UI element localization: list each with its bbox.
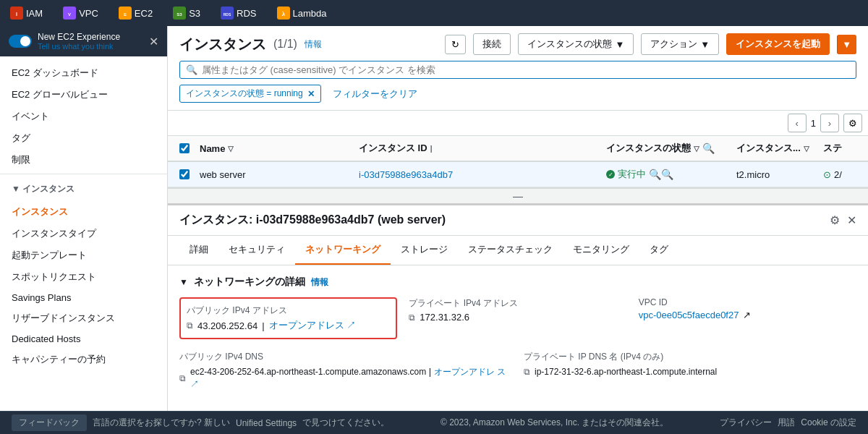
instance-state-button[interactable]: インスタンスの状態 ▼ [518,33,634,55]
nav-ec2[interactable]: E EC2 [114,4,157,22]
public-ipv4-copy-icon[interactable]: ⧉ [187,320,193,331]
tab-monitoring[interactable]: モニタリング [563,236,639,265]
sidebar-item-reserved-instances[interactable]: リザーブドインスタンス [0,307,167,329]
table-header-checkbox[interactable] [174,136,195,161]
unified-settings-link[interactable]: Unified Settings [236,418,297,428]
vpc-id-value: vpc-0ee05c5faecde0f27 ↗ [639,310,856,320]
sidebar-item-dashboard[interactable]: EC2 ダッシュボード [0,62,167,84]
state-zoom-icon[interactable]: 🔍 [702,142,715,154]
public-dns-address: ec2-43-206-252-64.ap-northeast-1.compute… [190,367,426,377]
sidebar-item-instances[interactable]: インスタンス [0,201,167,223]
sidebar-item-events[interactable]: イベント [0,106,167,127]
filter-tag-remove-icon[interactable]: ✕ [307,89,315,99]
field-vpc-id: VPC ID vpc-0ee05c5faecde0f27 ↗ [639,297,856,339]
col-header-id: インスタンス ID | [354,136,602,161]
instance-id-link[interactable]: i-03d75988e963a4db7 [359,169,453,180]
sidebar-item-limits[interactable]: 制限 [0,149,167,171]
table-row: web server i-03d75988e963a4db7 実行中 🔍🔍 t2… [168,162,868,187]
sidebar-item-capacity-reservations[interactable]: キャパシティーの予約 [0,349,167,370]
nav-lambda-label: Lambda [293,8,327,19]
tab-tags[interactable]: タグ [639,236,678,265]
next-page-button[interactable]: › [820,114,839,132]
filter-tag-text: インスタンスの状態 = running [186,88,303,100]
detail-close-button[interactable]: ✕ [847,213,856,227]
instances-info-link[interactable]: 情報 [305,38,322,51]
vpc-icon: V [63,7,76,20]
tab-details[interactable]: 詳細 [179,236,218,265]
row-checkbox[interactable] [179,169,190,179]
private-dns-copy-icon[interactable]: ⧉ [524,367,530,377]
state-sort-icon[interactable]: ▽ [694,145,699,153]
instances-header: インスタンス (1/1) 情報 ↻ 接続 インスタンスの状態 ▼ アクション ▼… [168,26,868,111]
name-sort-icon[interactable]: ▽ [228,145,234,153]
sidebar-item-instance-types[interactable]: インスタンスタイプ [0,223,167,244]
sidebar-item-tags[interactable]: タグ [0,127,167,149]
networking-section-title: ▼ ネットワーキングの詳細 情報 [179,276,856,289]
sidebar: New EC2 Experience Tell us what you thin… [0,26,168,434]
sidebar-item-launch-templates[interactable]: 起動テンプレート [0,244,167,266]
ec2-icon: E [119,7,132,20]
row-status: 2/ [834,169,842,180]
sidebar-subtitle[interactable]: Tell us what you think [38,42,120,51]
privacy-link[interactable]: プライバシー [720,417,772,429]
sidebar-section-instances: ▼ インスタンス [0,177,167,201]
tab-networking[interactable]: ネットワーキング [295,236,391,265]
tab-status-checks[interactable]: ステータスチェック [458,236,563,265]
actions-button[interactable]: アクション ▼ [641,33,719,55]
networking-info-link[interactable]: 情報 [311,276,328,289]
detail-settings-button[interactable]: ⚙ [830,213,840,227]
table-settings-button[interactable]: ⚙ [843,114,862,132]
sidebar-header: New EC2 Experience Tell us what you thin… [0,26,167,56]
row-checkbox-cell[interactable] [174,162,195,187]
table-header-row: Name ▽ インスタンス ID | インスタンスの状態 ▽ 🔍 インスタンス.… [168,136,868,162]
nav-iam[interactable]: I IAM [6,4,47,22]
select-all-checkbox[interactable] [179,143,190,153]
search-input[interactable] [202,64,850,75]
sidebar-item-savings-plans[interactable]: Savings Plans [0,288,167,307]
row-status-cell: ⊙ 2/ [819,162,862,187]
terms-link[interactable]: 用語 [778,417,795,429]
field-private-dns: プライベート IP DNS 名 (IPv4 のみ) ⧉ ip-172-31-32… [524,351,856,391]
nav-s3[interactable]: S3 S3 [169,4,205,22]
public-dns-label: パブリック IPv4 DNS [179,351,512,363]
clear-filter-button[interactable]: フィルターをクリア [327,85,423,103]
nav-lambda[interactable]: λ Lambda [273,4,331,22]
sidebar-toggle-area: New EC2 Experience Tell us what you thin… [9,32,120,51]
feedback-button[interactable]: フィードバック [12,414,87,431]
sidebar-item-dedicated-hosts[interactable]: Dedicated Hosts [0,329,167,349]
prev-page-button[interactable]: ‹ [788,114,807,132]
status-running-icon [606,170,615,179]
cookie-link[interactable]: Cookie の設定 [801,417,856,429]
open-address-link[interactable]: オープンアドレス ↗ [269,319,357,332]
sidebar-close-icon[interactable]: ✕ [149,35,158,48]
private-ipv4-copy-icon[interactable]: ⧉ [409,312,415,323]
public-dns-copy-icon[interactable]: ⧉ [179,373,186,383]
tab-storage[interactable]: ストレージ [391,236,458,265]
type-sort-icon[interactable]: ▽ [804,145,809,153]
vpc-id-link[interactable]: vpc-0ee05c5faecde0f27 [639,310,739,320]
col-header-state: インスタンスの状態 ▽ 🔍 [602,136,732,161]
field-public-ipv4: パブリック IPv4 アドレス ⧉ 43.206.252.64 | オープンアド… [179,297,397,339]
sidebar-item-spot-requests[interactable]: スポットリクエスト [0,266,167,288]
detail-tabs: 詳細 セキュリティ ネットワーキング ストレージ ステータスチェック モニタリン… [168,236,868,265]
panel-drag-handle[interactable]: — [168,188,868,203]
launch-button[interactable]: インスタンスを起動 [726,33,830,55]
connect-button[interactable]: 接続 [473,33,511,55]
nav-rds[interactable]: RDS RDS [216,4,260,22]
nav-vpc[interactable]: V VPC [59,4,103,22]
experience-toggle[interactable] [9,35,32,48]
svg-text:I: I [16,12,17,17]
launch-dropdown-button[interactable]: ▼ [837,35,856,54]
state-row-zoom-icon[interactable]: 🔍🔍 [649,169,673,180]
section-toggle-icon[interactable]: ▼ [179,277,188,287]
nav-vpc-label: VPC [79,8,98,19]
external-link-icon: ↗ [346,320,356,331]
instances-count: (1/1) [273,38,297,51]
svg-text:RDS: RDS [224,12,231,17]
detail-content: ▼ ネットワーキングの詳細 情報 パブリック IPv4 アドレス ⧉ 43.20… [168,265,868,401]
tab-security[interactable]: セキュリティ [218,236,295,265]
sidebar-item-global[interactable]: EC2 グローバルビュー [0,84,167,106]
main-content: インスタンス (1/1) 情報 ↻ 接続 インスタンスの状態 ▼ アクション ▼… [168,26,868,434]
refresh-button[interactable]: ↻ [445,35,466,54]
public-dns-external-icon: ↗ [190,379,199,389]
